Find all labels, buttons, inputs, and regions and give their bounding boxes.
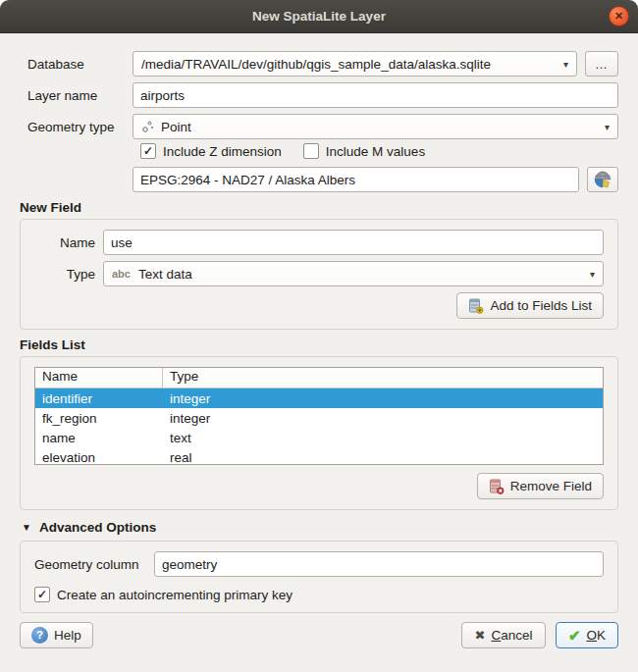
add-fields-icon (468, 298, 484, 314)
include-m-checkbox[interactable]: Include M values (303, 143, 425, 159)
text-data-icon: abc (112, 268, 131, 280)
field-name-input[interactable] (103, 230, 604, 255)
add-to-fields-list-label: Add to Fields List (490, 298, 592, 313)
cell-field-type: text (163, 431, 198, 445)
column-header-name[interactable]: Name (35, 368, 163, 388)
field-type-label: Type (34, 267, 95, 282)
table-row[interactable]: name text (35, 428, 603, 447)
add-field-button-row: Add to Fields List (34, 292, 604, 319)
ok-button[interactable]: ✔ OK (556, 622, 618, 648)
field-type-row: Type abc Text data ▾ (34, 261, 604, 286)
close-icon: ✕ (614, 11, 623, 22)
close-button[interactable]: ✕ (609, 6, 629, 26)
crs-input[interactable] (133, 167, 579, 192)
cell-field-name: elevation (35, 450, 163, 465)
database-combobox[interactable]: /media/TRAVAIL/dev/github/qgis_sample_da… (133, 51, 577, 77)
layer-name-row: Layer name (20, 82, 618, 108)
dialog-footer: ? Help ✖ Cancel ✔ OK (0, 622, 638, 648)
geometry-type-value: Point (161, 120, 191, 134)
help-label: Help (54, 628, 81, 643)
cancel-x-icon: ✖ (475, 628, 486, 643)
table-row[interactable]: fk_region integer (35, 408, 603, 428)
cell-field-type: real (163, 450, 199, 465)
fields-table[interactable]: Name Type identifier integer fk_region i… (34, 367, 604, 465)
cell-field-type: integer (163, 391, 217, 406)
collapse-arrow-icon: ▼ (22, 522, 31, 533)
database-browse-button[interactable]: … (585, 51, 618, 77)
titlebar[interactable]: New SpatiaLite Layer ✕ (0, 0, 638, 33)
include-m-label: Include M values (326, 144, 425, 159)
help-icon: ? (31, 627, 48, 644)
window-title: New SpatiaLite Layer (252, 9, 386, 24)
remove-field-button[interactable]: Remove Field (477, 473, 604, 499)
fields-list-title: Fields List (20, 337, 618, 352)
geometry-type-row: Geometry type Point ▾ (20, 114, 618, 139)
geometry-type-combobox[interactable]: Point ▾ (133, 114, 618, 139)
dialog-body: Database /media/TRAVAIL/dev/github/qgis_… (0, 33, 638, 613)
crs-row (20, 167, 618, 192)
geometry-column-input[interactable] (154, 551, 604, 577)
fields-list-group: Name Type identifier integer fk_region i… (20, 356, 618, 510)
fields-table-header[interactable]: Name Type (35, 368, 603, 388)
field-type-value: Text data (138, 267, 192, 282)
select-crs-button[interactable] (587, 167, 618, 192)
geometry-column-row: Geometry column (34, 551, 604, 577)
include-z-label: Include Z dimension (163, 144, 282, 159)
geometry-type-label: Geometry type (20, 120, 133, 134)
add-to-fields-list-button[interactable]: Add to Fields List (456, 292, 604, 319)
remove-field-label: Remove Field (510, 479, 592, 493)
ok-label: OK (587, 628, 607, 643)
chevron-down-icon: ▾ (563, 59, 568, 70)
advanced-options-label: Advanced Options (39, 520, 156, 535)
new-field-title: New Field (20, 200, 618, 215)
table-row[interactable]: identifier integer (35, 388, 603, 408)
checkbox-unchecked (303, 143, 319, 159)
checkbox-checked: ✓ (140, 143, 156, 159)
cancel-label: Cancel (491, 628, 532, 643)
database-row: Database /media/TRAVAIL/dev/github/qgis_… (20, 51, 618, 77)
remove-field-button-row: Remove Field (34, 473, 604, 499)
field-name-row: Name (34, 230, 604, 255)
cell-field-name: identifier (35, 391, 163, 406)
column-header-type[interactable]: Type (163, 368, 205, 388)
check-icon: ✓ (37, 589, 47, 600)
autoincrement-label: Create an autoincrementing primary key (57, 588, 292, 602)
cell-field-type: integer (163, 411, 217, 426)
geometry-column-label: Geometry column (34, 557, 154, 572)
database-value: /media/TRAVAIL/dev/github/qgis_sample_da… (141, 57, 491, 72)
autoincrement-row: ✓ Create an autoincrementing primary key (34, 587, 604, 602)
ellipsis-icon: … (595, 57, 609, 72)
layer-name-label: Layer name (20, 88, 133, 103)
chevron-down-icon: ▾ (605, 122, 610, 132)
cell-field-name: fk_region (35, 411, 163, 426)
help-button[interactable]: ? Help (20, 622, 93, 648)
new-field-group: Name Type abc Text data ▾ (20, 219, 618, 330)
advanced-options-group: Geometry column ✓ Create an autoincremen… (20, 541, 618, 613)
new-spatialite-layer-dialog: New SpatiaLite Layer ✕ Database /media/T… (0, 0, 638, 672)
table-row[interactable]: elevation real (35, 447, 603, 465)
checkbox-checked: ✓ (34, 587, 50, 602)
point-geometry-icon (141, 120, 155, 133)
field-name-label: Name (34, 235, 95, 250)
remove-field-icon (489, 479, 505, 494)
crs-globe-icon (593, 170, 612, 189)
include-z-checkbox[interactable]: ✓ Include Z dimension (140, 143, 282, 159)
check-icon: ✓ (143, 145, 153, 157)
cell-field-name: name (35, 431, 163, 445)
chevron-down-icon: ▾ (590, 269, 595, 280)
layer-name-input[interactable] (133, 82, 618, 108)
database-label: Database (20, 57, 133, 72)
zm-checkbox-row: ✓ Include Z dimension Include M values (140, 143, 618, 159)
cancel-button[interactable]: ✖ Cancel (461, 622, 546, 648)
ok-checkmark-icon: ✔ (568, 627, 581, 645)
autoincrement-checkbox[interactable]: ✓ Create an autoincrementing primary key (34, 587, 292, 602)
advanced-options-toggle[interactable]: ▼ Advanced Options (22, 520, 618, 535)
field-type-combobox[interactable]: abc Text data ▾ (103, 261, 604, 286)
